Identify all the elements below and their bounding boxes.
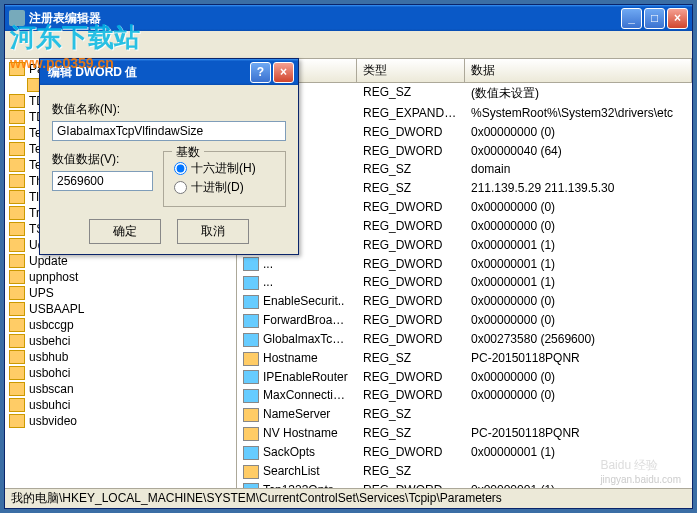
dialog-help-button[interactable]: ? <box>250 62 271 83</box>
string-icon <box>243 465 259 479</box>
dialog-titlebar[interactable]: 编辑 DWORD 值 ? × <box>40 59 298 85</box>
toolbar <box>5 31 692 59</box>
app-icon <box>9 10 25 26</box>
folder-icon <box>9 94 25 108</box>
list-row[interactable]: GlobalmaxTcpW..REG_DWORD0x00273580 (2569… <box>237 330 692 349</box>
list-row[interactable]: NV HostnameREG_SZPC-20150118PQNR <box>237 424 692 443</box>
folder-icon <box>9 238 25 252</box>
list-row[interactable]: ...REG_EXPAND_SZ%SystemRoot%\System32\dr… <box>237 104 692 123</box>
main-titlebar[interactable]: 注册表编辑器 _ □ × <box>5 5 692 31</box>
radio-dec[interactable]: 十进制(D) <box>174 179 275 196</box>
dword-icon <box>243 276 259 290</box>
folder-icon <box>9 190 25 204</box>
string-icon <box>243 427 259 441</box>
list-panel[interactable]: 名称 类型 数据 (默认)REG_SZ(数值未设置)...REG_EXPAND_… <box>237 59 692 488</box>
tree-item[interactable]: usbvideo <box>7 413 234 429</box>
string-icon <box>243 408 259 422</box>
statusbar: 我的电脑\HKEY_LOCAL_MACHINE\SYSTEM\CurrentCo… <box>5 488 692 508</box>
tree-item[interactable]: usbehci <box>7 333 234 349</box>
close-button[interactable]: × <box>667 8 688 29</box>
dword-icon <box>243 314 259 328</box>
base-group-label: 基数 <box>172 144 204 161</box>
col-header-data[interactable]: 数据 <box>465 59 692 82</box>
maximize-button[interactable]: □ <box>644 8 665 29</box>
list-row[interactable]: ...REG_DWORD0x00000001 (1) <box>237 236 692 255</box>
list-row[interactable]: SearchListREG_SZ <box>237 462 692 481</box>
list-row[interactable]: HostnameREG_SZPC-20150118PQNR <box>237 349 692 368</box>
tree-item[interactable]: usbuhci <box>7 397 234 413</box>
list-row[interactable]: SackOptsREG_DWORD0x00000001 (1) <box>237 443 692 462</box>
tree-item[interactable]: usbhub <box>7 349 234 365</box>
list-row[interactable]: (默认)REG_SZ(数值未设置) <box>237 83 692 104</box>
folder-icon <box>9 414 25 428</box>
list-row[interactable]: D..REG_DWORD0x00000000 (0) <box>237 123 692 142</box>
minimize-button[interactable]: _ <box>621 8 642 29</box>
list-row[interactable]: verREG_SZ211.139.5.29 211.139.5.30 <box>237 179 692 198</box>
value-data-input[interactable] <box>52 171 153 191</box>
folder-icon <box>9 158 25 172</box>
folder-icon <box>9 206 25 220</box>
folder-icon <box>9 302 25 316</box>
list-header: 名称 类型 数据 <box>237 59 692 83</box>
list-row[interactable]: ForwardBroadc..REG_DWORD0x00000000 (0) <box>237 311 692 330</box>
folder-icon <box>9 350 25 364</box>
col-header-type[interactable]: 类型 <box>357 59 465 82</box>
edit-dword-dialog: 编辑 DWORD 值 ? × 数值名称(N): 数值数据(V): 基数 十六进制… <box>39 58 299 255</box>
dword-icon <box>243 257 259 271</box>
folder-icon <box>9 366 25 380</box>
radio-dec-input[interactable] <box>174 181 187 194</box>
folder-icon <box>9 286 25 300</box>
list-row[interactable]: ...REG_DWORD0x00000001 (1) <box>237 273 692 292</box>
value-name-label: 数值名称(N): <box>52 101 286 118</box>
folder-icon <box>9 270 25 284</box>
list-row[interactable]: ...REG_SZdomain <box>237 160 692 179</box>
radio-hex-input[interactable] <box>174 162 187 175</box>
folder-icon <box>9 254 25 268</box>
list-row[interactable]: Tcp1323OptsREG_DWORD0x00000001 (1) <box>237 481 692 488</box>
tree-item[interactable]: usbscan <box>7 381 234 397</box>
dword-icon <box>243 483 259 488</box>
status-path: 我的电脑\HKEY_LOCAL_MACHINE\SYSTEM\CurrentCo… <box>11 490 502 507</box>
dword-icon <box>243 389 259 403</box>
dialog-close-button[interactable]: × <box>273 62 294 83</box>
tree-item[interactable]: usbohci <box>7 365 234 381</box>
list-row[interactable]: ...REG_DWORD0x00000040 (64) <box>237 142 692 161</box>
list-row[interactable]: ...REG_DWORD0x00000001 (1) <box>237 255 692 274</box>
folder-icon <box>9 126 25 140</box>
list-row[interactable]: MaxConnection..REG_DWORD0x00000000 (0) <box>237 386 692 405</box>
folder-icon <box>9 110 25 124</box>
tree-item[interactable]: Update <box>7 253 234 269</box>
tree-item[interactable]: USBAAPL <box>7 301 234 317</box>
dword-icon <box>243 370 259 384</box>
folder-icon <box>9 62 25 76</box>
tree-item[interactable]: UPS <box>7 285 234 301</box>
folder-icon <box>9 318 25 332</box>
window-title: 注册表编辑器 <box>25 10 619 27</box>
value-name-input[interactable] <box>52 121 286 141</box>
folder-icon <box>9 398 25 412</box>
dword-icon <box>243 446 259 460</box>
list-row[interactable]: NameServerREG_SZ <box>237 405 692 424</box>
folder-icon <box>9 382 25 396</box>
folder-icon <box>9 174 25 188</box>
dialog-title: 编辑 DWORD 值 <box>44 64 248 81</box>
dword-icon <box>243 295 259 309</box>
list-row[interactable]: IPEnableRouterREG_DWORD0x00000000 (0) <box>237 368 692 387</box>
tree-item[interactable]: usbccgp <box>7 317 234 333</box>
dword-icon <box>243 333 259 347</box>
list-row[interactable]: ...REG_DWORD0x00000000 (0) <box>237 198 692 217</box>
folder-icon <box>9 142 25 156</box>
folder-icon <box>9 334 25 348</box>
string-icon <box>243 352 259 366</box>
list-row[interactable]: l..REG_DWORD0x00000000 (0) <box>237 217 692 236</box>
cancel-button[interactable]: 取消 <box>177 219 249 244</box>
folder-icon <box>9 222 25 236</box>
radio-hex[interactable]: 十六进制(H) <box>174 160 275 177</box>
value-data-label: 数值数据(V): <box>52 151 153 168</box>
ok-button[interactable]: 确定 <box>89 219 161 244</box>
list-row[interactable]: EnableSecurit..REG_DWORD0x00000000 (0) <box>237 292 692 311</box>
tree-item[interactable]: upnphost <box>7 269 234 285</box>
